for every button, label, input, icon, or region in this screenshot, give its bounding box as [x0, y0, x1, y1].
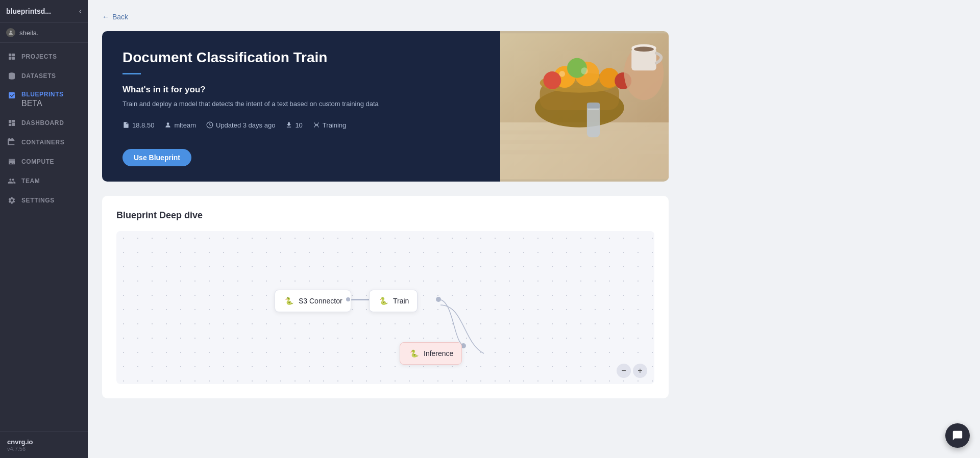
- containers-icon: [7, 138, 16, 147]
- zoom-in-button[interactable]: +: [633, 364, 647, 378]
- sidebar-collapse-button[interactable]: ‹: [79, 7, 82, 15]
- hero-title: Document Classification Train: [122, 49, 480, 66]
- user-avatar: [6, 28, 15, 37]
- brand-name: cnvrg.io: [7, 438, 81, 446]
- svg-rect-4: [12, 57, 15, 60]
- svg-point-23: [581, 67, 588, 74]
- sidebar-item-datasets[interactable]: DATASETS: [0, 66, 88, 86]
- beta-badge: BETA: [21, 99, 64, 108]
- sidebar-item-compute[interactable]: COMPUTE: [0, 152, 88, 171]
- zoom-out-button[interactable]: −: [617, 364, 631, 378]
- svg-point-19: [543, 71, 561, 89]
- updated-value: Updated 3 days ago: [216, 121, 275, 129]
- back-label: Back: [112, 13, 128, 21]
- meta-downloads: 10: [285, 121, 302, 129]
- use-blueprint-button[interactable]: Use Blueprint: [122, 149, 191, 166]
- sidebar-item-label: TEAM: [21, 177, 40, 185]
- hero-card: Document Classification Train What's in …: [102, 31, 669, 182]
- flow-node-inference: 🐍 Inference: [400, 342, 462, 365]
- svg-rect-1: [9, 54, 11, 56]
- app-name: blueprintsd...: [6, 7, 51, 15]
- blueprints-icon: [7, 91, 16, 100]
- sidebar-footer: cnvrg.io v4.7.56: [0, 431, 88, 458]
- sidebar: blueprintsd... ‹ sheila. PROJECTS DATASE…: [0, 0, 88, 458]
- type-value: Training: [323, 121, 346, 129]
- dashboard-icon: [7, 118, 16, 128]
- sidebar-item-dashboard[interactable]: DASHBOARD: [0, 113, 88, 133]
- team-icon: [7, 176, 16, 186]
- meta-type: Training: [313, 121, 346, 129]
- hero-description: Train and deploy a model that detects th…: [122, 99, 480, 109]
- meta-updated: Updated 3 days ago: [206, 121, 275, 129]
- connector-dot-1: [346, 297, 350, 301]
- sidebar-item-label: DATASETS: [21, 72, 56, 80]
- s3-node-icon: 🐍: [283, 295, 295, 307]
- svg-point-0: [10, 31, 12, 33]
- projects-icon: [7, 52, 16, 61]
- chat-button[interactable]: [945, 423, 970, 448]
- train-node-icon: 🐍: [378, 295, 389, 307]
- sidebar-nav: PROJECTS DATASETS BLUEPRINTS BETA: [0, 43, 88, 431]
- sidebar-item-settings[interactable]: SETTINGS: [0, 191, 88, 210]
- inference-node-label: Inference: [424, 349, 453, 358]
- sidebar-item-team[interactable]: TEAM: [0, 171, 88, 191]
- sidebar-item-containers[interactable]: CONTAINERS: [0, 133, 88, 152]
- user-name: sheila.: [19, 29, 39, 37]
- sidebar-header: blueprintsd... ‹: [0, 0, 88, 23]
- sidebar-item-label: DASHBOARD: [21, 119, 64, 126]
- blueprints-label: BLUEPRINTS: [21, 91, 64, 98]
- hero-title-underline: [122, 73, 141, 74]
- author-value: mlteam: [174, 121, 196, 129]
- svg-rect-2: [12, 54, 15, 56]
- meta-author: mlteam: [164, 121, 196, 129]
- connector-dot-3: [436, 297, 441, 302]
- svg-rect-30: [588, 109, 599, 110]
- train-node-label: Train: [393, 297, 409, 305]
- svg-point-6: [167, 122, 169, 125]
- sidebar-item-label: PROJECTS: [21, 53, 57, 60]
- s3-node-label: S3 Connector: [299, 297, 342, 305]
- inference-node-icon: 🐍: [408, 348, 420, 359]
- main-content: ← Back Document Classification Train Wha…: [88, 0, 980, 458]
- hero-whats-in: What's in it for you?: [122, 85, 480, 95]
- back-link[interactable]: ← Back: [102, 13, 128, 21]
- sidebar-item-blueprints[interactable]: BLUEPRINTS BETA: [0, 86, 88, 113]
- svg-rect-29: [587, 103, 600, 109]
- sidebar-item-label: COMPUTE: [21, 158, 54, 165]
- svg-rect-3: [9, 57, 11, 60]
- hero-image: [500, 31, 669, 182]
- meta-version: 18.8.50: [122, 121, 154, 129]
- chat-icon: [952, 430, 963, 441]
- back-arrow-icon: ←: [102, 13, 109, 21]
- flow-node-s3: 🐍 S3 Connector: [275, 290, 351, 312]
- settings-icon: [7, 196, 16, 205]
- svg-point-27: [634, 47, 654, 52]
- datasets-icon: [7, 71, 16, 81]
- hero-meta: 18.8.50 mlteam Updated 3 days ago 1: [122, 121, 480, 129]
- deep-dive-section: Blueprint Deep dive 🐍 S3 Connector: [102, 196, 669, 398]
- sidebar-item-label: SETTINGS: [21, 197, 55, 204]
- version-value: 18.8.50: [132, 121, 154, 129]
- deep-dive-title: Blueprint Deep dive: [116, 210, 654, 221]
- connector-line-1: [352, 299, 371, 300]
- flow-node-train: 🐍 Train: [369, 290, 418, 312]
- flow-diagram: 🐍 S3 Connector 🐍 Train: [116, 231, 654, 384]
- compute-icon: [7, 157, 16, 166]
- sidebar-item-label: CONTAINERS: [21, 139, 64, 146]
- downloads-value: 10: [295, 121, 302, 129]
- svg-point-22: [559, 71, 566, 77]
- flow-controls: − +: [617, 364, 647, 378]
- sidebar-user-section[interactable]: sheila.: [0, 23, 88, 43]
- sidebar-item-projects[interactable]: PROJECTS: [0, 47, 88, 66]
- hero-left-panel: Document Classification Train What's in …: [102, 31, 500, 182]
- version-label: v4.7.56: [7, 446, 81, 452]
